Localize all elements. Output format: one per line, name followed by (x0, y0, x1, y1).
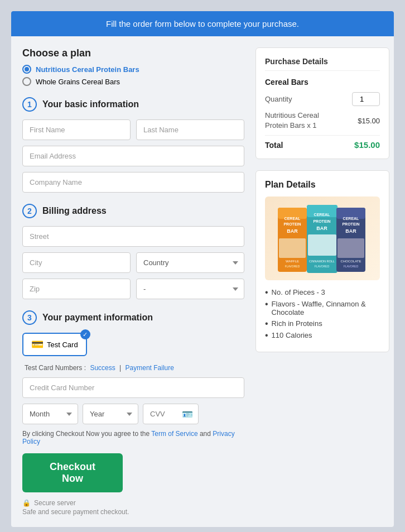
section2-header: 2 Billing address (22, 204, 244, 218)
test-card-label: Test Card (47, 341, 78, 349)
svg-text:BAR: BAR (316, 226, 327, 231)
svg-text:CEREAL: CEREAL (314, 213, 331, 217)
bullet-4: 110 Calories (265, 331, 380, 340)
city-country-row: Country United States Canada United King… (22, 252, 244, 273)
total-price: $15.00 (354, 140, 380, 150)
state-select[interactable]: - CA NY TX (136, 279, 244, 299)
check-badge-icon: ✓ (80, 329, 90, 339)
product-price: $15.00 (358, 117, 380, 125)
svg-rect-21 (338, 238, 364, 258)
svg-rect-13 (308, 234, 336, 256)
cereal-bars-title: Cereal Bars (265, 78, 380, 87)
card-options: 💳 Test Card ✓ (22, 333, 244, 356)
secure-info: 🔒 Secure server Safe and secure payment … (22, 499, 244, 516)
name-row (22, 119, 244, 140)
right-panel: Purchase Details Cereal Bars Quantity Nu… (255, 47, 389, 516)
test-card-info: Test Card Numbers : Success | Payment Fa… (22, 364, 244, 372)
secure-server-label: Secure server (34, 499, 76, 507)
credit-card-input[interactable] (22, 377, 244, 398)
svg-text:CEREAL: CEREAL (285, 217, 301, 221)
svg-text:CEREAL: CEREAL (343, 217, 360, 221)
svg-text:PROTEIN: PROTEIN (283, 222, 301, 226)
product-price-row: Nutritious Cereal Protein Bars x 1 $15.0… (265, 111, 380, 131)
email-input[interactable] (22, 146, 244, 166)
first-name-input[interactable] (22, 119, 131, 140)
last-name-input[interactable] (136, 119, 244, 140)
main-content: Choose a plan Nutritious Cereal Protein … (11, 36, 394, 527)
company-row (22, 172, 244, 193)
radio-selected-icon (22, 65, 31, 74)
svg-rect-5 (279, 238, 306, 258)
year-select[interactable]: Year 20242025 20262027 2028 (83, 404, 138, 424)
svg-text:BAR: BAR (287, 228, 298, 234)
svg-text:CHOCOLATE: CHOCOLATE (341, 260, 361, 263)
country-select[interactable]: Country United States Canada United King… (136, 252, 244, 273)
svg-text:PROTEIN: PROTEIN (342, 222, 359, 226)
street-row (22, 226, 244, 247)
top-banner: Fill the order form below to complete yo… (11, 11, 394, 36)
choose-plan-section: Choose a plan Nutritious Cereal Protein … (22, 47, 244, 86)
success-link[interactable]: Success (90, 364, 115, 372)
total-label: Total (265, 141, 283, 150)
plan-details-title: Plan Details (265, 180, 380, 190)
bullet-2: Flavors - Waffle, Cinnamon & Chocolate (265, 300, 380, 317)
email-row (22, 146, 244, 166)
purchase-details-box: Purchase Details Cereal Bars Quantity Nu… (255, 47, 389, 159)
payment-details-row: Month 0102 0304 0506 0708 0910 1112 Year… (22, 404, 244, 424)
checkout-button[interactable]: Checkout Now (22, 453, 123, 492)
product-line-text: Nutritious Cereal Protein Bars x 1 (265, 111, 332, 131)
svg-text:FLAVORED: FLAVORED (315, 265, 330, 268)
svg-text:FLAVORED: FLAVORED (285, 265, 300, 268)
test-card-numbers-label: Test Card Numbers : (25, 364, 88, 372)
plan-option-whole-grains[interactable]: Whole Grains Cereal Bars (22, 77, 244, 86)
svg-text:BAR: BAR (345, 228, 356, 234)
city-input[interactable] (22, 252, 131, 273)
section3-header: 3 Your payment information (22, 310, 244, 325)
secure-server-row: 🔒 Secure server (22, 499, 244, 507)
street-input[interactable] (22, 226, 244, 247)
svg-text:FLAVORED: FLAVORED (344, 265, 359, 268)
purchase-details-title: Purchase Details (265, 57, 380, 71)
quantity-input[interactable] (352, 92, 380, 106)
cvv-wrapper: 🪪 (143, 404, 199, 424)
credit-card-icon: 💳 (31, 338, 44, 351)
pipe-separator: | (119, 364, 121, 372)
section2-number: 2 (22, 204, 37, 218)
section1-title: Your basic information (42, 99, 139, 109)
choose-plan-title: Choose a plan (22, 47, 244, 59)
plan-label-whole-grains: Whole Grains Cereal Bars (36, 78, 120, 86)
product-image-area: CEREAL PROTEIN BAR WAFFLE FLAVORED CEREA… (265, 196, 380, 280)
bullet-1: No. of Pieces - 3 (265, 288, 380, 297)
plan-option-nutritious[interactable]: Nutritious Cereal Protein Bars (22, 65, 244, 74)
svg-text:CINNAMON ROLL: CINNAMON ROLL (309, 260, 335, 263)
radio-empty-icon (22, 77, 31, 86)
left-panel: Choose a plan Nutritious Cereal Protein … (22, 47, 255, 516)
terms-and: and (198, 430, 213, 438)
svg-text:PROTEIN: PROTEIN (313, 219, 330, 223)
section1-number: 1 (22, 97, 37, 112)
lock-icon: 🔒 (22, 499, 31, 507)
product-bars-svg: CEREAL PROTEIN BAR WAFFLE FLAVORED CEREA… (272, 202, 373, 275)
banner-text: Fill the order form below to complete yo… (106, 19, 299, 28)
terms-of-service-link[interactable]: Term of Service (151, 430, 197, 438)
quantity-row: Quantity (265, 92, 380, 106)
zip-input[interactable] (22, 279, 131, 299)
cc-row (22, 377, 244, 398)
section3-number: 3 (22, 310, 37, 325)
bullet-3: Rich in Proteins (265, 319, 380, 328)
payment-failure-link[interactable]: Payment Failure (126, 364, 174, 372)
test-card-option[interactable]: 💳 Test Card ✓ (22, 333, 87, 356)
company-input[interactable] (22, 172, 244, 193)
plan-details-box: Plan Details CEREAL PROTEIN BAR WAFFLE F… (255, 170, 389, 352)
section2-title: Billing address (42, 206, 107, 216)
plan-bullets: No. of Pieces - 3 Flavors - Waffle, Cinn… (265, 288, 380, 340)
total-row: Total $15.00 (265, 135, 380, 150)
cvv-card-icon: 🪪 (182, 409, 193, 419)
secure-checkout-text: Safe and secure payment checkout. (22, 508, 129, 516)
terms-prefix: By clicking Checkout Now you agree to th… (22, 430, 151, 438)
section3-title: Your payment information (42, 313, 153, 323)
page-wrapper: Fill the order form below to complete yo… (11, 11, 394, 527)
section1-header: 1 Your basic information (22, 97, 244, 112)
month-select[interactable]: Month 0102 0304 0506 0708 0910 1112 (22, 404, 78, 424)
plan-label-nutritious: Nutritious Cereal Protein Bars (36, 65, 139, 74)
